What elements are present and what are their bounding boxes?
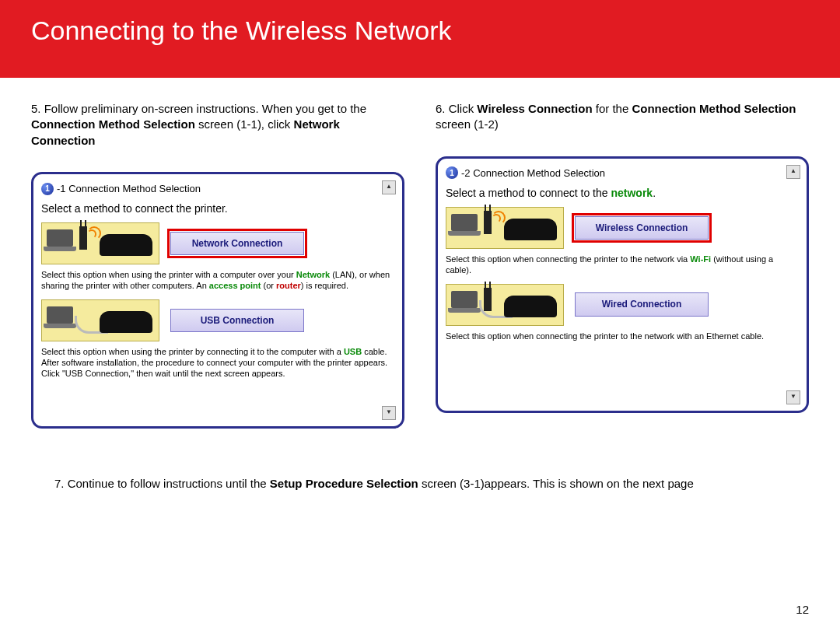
step-num: 7. <box>54 477 65 490</box>
main-columns: 5. Follow preliminary on-screen instruct… <box>0 78 840 436</box>
network-option-desc: Select this option when using the printe… <box>40 264 396 299</box>
step-num: 6. <box>436 102 446 115</box>
wireless-thumb-icon <box>446 207 564 249</box>
dialog-1-1: ▲ ▼ 1 -1 Connection Method Selection Sel… <box>31 172 404 429</box>
dialog-step-row: 1 -2 Connection Method Selection <box>444 165 800 184</box>
option-wireless-row: Wireless Connection <box>444 207 800 249</box>
wired-connection-button[interactable]: Wired Connection <box>575 292 709 316</box>
option-usb-row: USB Connection <box>40 299 396 341</box>
right-column: 6. Click Wireless Connection for the Con… <box>436 101 809 429</box>
dialog-prompt: Select a method to connect to the networ… <box>444 183 800 207</box>
option-wired-row: Wired Connection <box>444 284 800 326</box>
instruction-6: 6. Click Wireless Connection for the Con… <box>436 101 809 133</box>
wireless-option-desc: Select this option when connecting the p… <box>444 249 800 284</box>
network-connection-button[interactable]: Network Connection <box>170 232 304 255</box>
dialog-1-2: ▲ ▼ 1 -2 Connection Method Selection Sel… <box>436 156 809 413</box>
instruction-5: 5. Follow preliminary on-screen instruct… <box>31 101 404 149</box>
instruction-7: 7. Continue to follow instructions until… <box>0 436 840 492</box>
step-num: 5. <box>31 102 41 115</box>
page-number: 12 <box>796 603 809 616</box>
dialog-prompt: Select a method to connect the printer. <box>40 198 396 222</box>
step-suffix: -1 Connection Method Selection <box>57 182 201 196</box>
scroll-up-icon[interactable]: ▲ <box>382 180 396 194</box>
step-suffix: -2 Connection Method Selection <box>461 166 605 180</box>
step-badge-icon: 1 <box>41 183 54 195</box>
scroll-up-icon[interactable]: ▲ <box>786 165 800 179</box>
wired-option-desc: Select this option when connecting the p… <box>444 326 800 349</box>
usb-option-desc: Select this option when using the printe… <box>40 341 396 387</box>
usb-connection-button[interactable]: USB Connection <box>170 309 304 332</box>
scroll-down-icon[interactable]: ▼ <box>382 406 396 420</box>
dialog-step-row: 1 -1 Connection Method Selection <box>40 180 396 199</box>
usb-thumb-icon <box>41 299 159 341</box>
option-network-row: Network Connection <box>40 222 396 264</box>
slide-header: Connecting to the Wireless Network <box>0 0 840 78</box>
step-badge-icon: 1 <box>446 166 458 179</box>
page-title: Connecting to the Wireless Network <box>31 16 809 46</box>
left-column: 5. Follow preliminary on-screen instruct… <box>31 101 404 429</box>
wired-thumb-icon <box>446 284 564 326</box>
scroll-down-icon[interactable]: ▼ <box>786 390 800 404</box>
wireless-connection-button[interactable]: Wireless Connection <box>575 216 709 240</box>
network-thumb-icon <box>41 222 159 264</box>
